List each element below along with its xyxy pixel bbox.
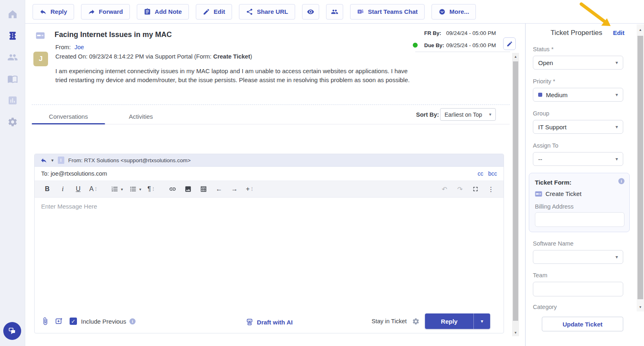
sort-by-dropdown[interactable]: Earliest on Top ▾ bbox=[440, 108, 496, 121]
ticket-form-value: Create Ticket bbox=[545, 190, 581, 197]
edit-due-date-button[interactable] bbox=[503, 37, 516, 50]
contacts-icon[interactable] bbox=[0, 46, 25, 68]
status-select[interactable]: Open ▾ bbox=[533, 56, 623, 70]
software-name-select[interactable]: ▾ bbox=[533, 250, 623, 264]
font-options-button[interactable]: A⋮ bbox=[89, 183, 99, 195]
fullscreen-icon[interactable] bbox=[471, 183, 480, 195]
priority-select[interactable]: Medium ▾ bbox=[533, 88, 623, 102]
assign-to-select[interactable]: -- ▾ bbox=[533, 152, 623, 166]
active-tab-underline bbox=[32, 123, 105, 124]
underline-button[interactable]: U bbox=[73, 183, 83, 195]
forward-button[interactable]: Forward bbox=[81, 4, 130, 20]
edit-button[interactable]: Edit bbox=[196, 4, 232, 20]
live-chat-button[interactable] bbox=[3, 322, 21, 340]
bcc-button[interactable]: bcc bbox=[488, 170, 497, 177]
reply-label: Reply bbox=[50, 8, 67, 15]
include-previous-info-icon[interactable]: i bbox=[129, 318, 136, 324]
outdent-icon[interactable]: ← bbox=[214, 183, 224, 195]
ticket-detail-page: Reply Forward Add Note Edit Share URL T … bbox=[0, 0, 644, 346]
description-separator bbox=[32, 104, 510, 105]
start-teams-chat-label: Start Teams Chat bbox=[368, 8, 418, 15]
forward-label: Forward bbox=[99, 8, 123, 15]
ticket-form-info-icon[interactable]: i bbox=[618, 178, 624, 184]
sort-by-label: Sort By: bbox=[416, 111, 439, 118]
include-previous-checkbox[interactable]: ✓ bbox=[70, 318, 77, 325]
insert-more-button[interactable]: +⋮ bbox=[245, 183, 255, 195]
properties-scrollbar[interactable]: ▲ ▼ bbox=[637, 24, 644, 311]
link-button[interactable] bbox=[168, 183, 177, 195]
insert-table-button[interactable] bbox=[199, 183, 208, 195]
scroll-up-icon[interactable]: ▲ bbox=[637, 26, 644, 33]
paragraph-button[interactable]: ¶⋮ bbox=[147, 183, 156, 195]
pencil-icon bbox=[203, 8, 210, 15]
scrollbar-thumb[interactable] bbox=[637, 36, 643, 299]
insert-image-button[interactable] bbox=[183, 183, 193, 195]
scroll-down-icon[interactable]: ▼ bbox=[512, 329, 519, 336]
software-name-label: Software Name bbox=[533, 240, 574, 247]
team-input[interactable] bbox=[533, 282, 623, 296]
bullet-list-button[interactable] bbox=[128, 183, 138, 195]
status-value: Open bbox=[538, 59, 553, 66]
ticket-action-toolbar: Reply Forward Add Note Edit Share URL T … bbox=[25, 0, 526, 23]
home-icon[interactable] bbox=[0, 3, 25, 25]
reply-type-icon[interactable] bbox=[40, 157, 47, 164]
stay-in-ticket-label: Stay in Ticket bbox=[372, 318, 407, 324]
collision-agents-button[interactable] bbox=[326, 4, 343, 20]
canned-response-icon[interactable] bbox=[55, 317, 63, 325]
scroll-down-icon[interactable]: ▼ bbox=[637, 303, 644, 311]
toolbar-more-icon[interactable]: ⋮ bbox=[486, 183, 496, 195]
edit-label: Edit bbox=[214, 8, 225, 15]
undo-icon[interactable]: ↶ bbox=[440, 183, 449, 195]
bold-button[interactable]: B bbox=[42, 183, 52, 195]
reply-type-caret-icon[interactable]: ▾ bbox=[51, 158, 54, 163]
check-icon: ✓ bbox=[71, 318, 76, 324]
bullet-list-caret-icon[interactable]: ▾ bbox=[139, 187, 141, 191]
send-reply-caret-button[interactable]: ▾ bbox=[473, 313, 490, 329]
chat-icon bbox=[7, 326, 17, 336]
watch-button[interactable] bbox=[302, 4, 319, 20]
send-settings-gear-icon[interactable] bbox=[412, 318, 420, 325]
ticket-form-card: Ticket Form: i Create Ticket Billing Add… bbox=[529, 173, 630, 232]
update-ticket-button[interactable]: Update Ticket bbox=[542, 317, 623, 331]
reports-icon[interactable] bbox=[0, 89, 25, 111]
reply-icon bbox=[39, 8, 47, 15]
caret-down-icon: ▾ bbox=[616, 124, 618, 130]
cc-button[interactable]: cc bbox=[478, 170, 483, 177]
indent-icon[interactable]: → bbox=[230, 183, 239, 195]
robot-icon bbox=[245, 318, 254, 326]
message-editor[interactable]: Enter Message Here bbox=[35, 198, 504, 312]
scrollbar-thumb[interactable] bbox=[513, 61, 518, 321]
people-icon bbox=[331, 8, 338, 15]
app-sidebar bbox=[0, 0, 25, 346]
italic-button[interactable]: i bbox=[58, 183, 68, 195]
more-label: More... bbox=[449, 8, 469, 15]
knowledge-base-icon[interactable] bbox=[0, 68, 25, 89]
compose-to-row[interactable]: To: joe@rtxsolutions.com ccbcc bbox=[35, 167, 504, 181]
tickets-icon[interactable] bbox=[0, 25, 25, 46]
richtext-toolbar: B i U A⋮ ▾ ▾ ¶⋮ ← → +⋮ ↶ ↷ ⋮ bbox=[35, 181, 504, 198]
redo-icon[interactable]: ↷ bbox=[455, 183, 465, 195]
assign-to-value: -- bbox=[538, 156, 542, 163]
reply-button[interactable]: Reply bbox=[33, 4, 74, 20]
share-url-button[interactable]: Share URL bbox=[239, 4, 295, 20]
tab-conversations[interactable]: Conversations bbox=[32, 108, 105, 124]
edit-properties-link[interactable]: Edit bbox=[613, 29, 624, 36]
compose-from-line: From: RTX Solutions <support@rtxsolution… bbox=[68, 157, 191, 163]
add-note-button[interactable]: Add Note bbox=[137, 4, 189, 20]
settings-icon[interactable] bbox=[0, 111, 25, 133]
requester-link[interactable]: Joe bbox=[74, 44, 84, 50]
attach-file-icon[interactable] bbox=[41, 317, 49, 325]
start-teams-chat-button[interactable]: T Start Teams Chat bbox=[350, 4, 425, 20]
send-reply-button[interactable]: Reply bbox=[425, 313, 473, 329]
ordered-list-caret-icon[interactable]: ▾ bbox=[121, 187, 123, 191]
scroll-up-icon[interactable]: ▲ bbox=[512, 53, 519, 60]
created-on-line: Created On: 09/23/24 8:14:22 PM via Supp… bbox=[55, 53, 252, 60]
conversation-scrollbar[interactable]: ▲ ▼ bbox=[512, 53, 519, 336]
group-select[interactable]: IT Support ▾ bbox=[533, 120, 623, 134]
due-by-value: 09/25/24 - 05:00 PM bbox=[446, 42, 496, 48]
billing-address-input[interactable] bbox=[535, 212, 624, 227]
draft-with-ai-button[interactable]: Draft with AI bbox=[245, 318, 293, 326]
more-button[interactable]: More... bbox=[432, 4, 476, 20]
tab-activities[interactable]: Activities bbox=[105, 108, 177, 124]
ordered-list-button[interactable] bbox=[110, 183, 120, 195]
